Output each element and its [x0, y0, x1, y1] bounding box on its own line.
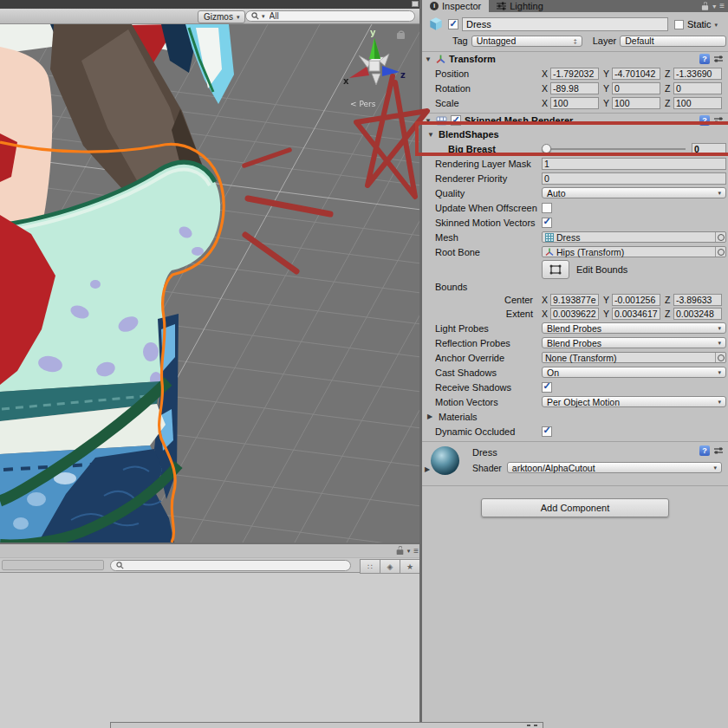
update-when-offscreen-checkbox[interactable]	[542, 203, 552, 213]
position-z-field[interactable]: -1.33690	[673, 68, 722, 80]
motion-vectors-dropdown[interactable]: Per Object Motion ▾	[542, 396, 726, 407]
tab-inspector[interactable]: i Inspector	[422, 0, 489, 12]
help-icon[interactable]: ?	[699, 54, 710, 64]
search-by-label-button[interactable]: ◈	[380, 559, 400, 574]
materials-foldout[interactable]: ▶ Materials	[422, 409, 728, 424]
type-grid-icon: ∷	[367, 562, 373, 571]
object-picker-button[interactable]	[715, 247, 725, 257]
light-probes-dropdown[interactable]: Blend Probes ▾	[542, 322, 726, 334]
scene-search-input[interactable]	[268, 10, 401, 22]
help-icon[interactable]: ?	[699, 115, 710, 126]
shader-dropdown[interactable]: arktoon/AlphaCutout ▾	[507, 462, 722, 473]
add-component-button[interactable]: Add Component	[481, 498, 669, 517]
search-by-type-button[interactable]: ∷	[360, 559, 380, 574]
lock-icon[interactable]	[702, 2, 708, 10]
scene-viewport[interactable]: y x z < Pers	[0, 24, 421, 543]
z-axis-label: z	[400, 70, 406, 80]
mesh-object-field[interactable]: Dress	[542, 231, 726, 243]
tab-lighting[interactable]: Lighting	[489, 0, 551, 12]
center-x-field[interactable]: 9.193877e	[550, 294, 599, 306]
renderer-priority-field[interactable]: 0	[542, 172, 726, 185]
tab-scroll-button[interactable]	[412, 1, 419, 7]
cast-shadows-dropdown[interactable]: On ▾	[542, 367, 726, 378]
skinned-motion-vectors-checkbox[interactable]: ✓	[542, 218, 552, 228]
center-z-field[interactable]: -3.89633	[673, 294, 722, 306]
static-caret-icon[interactable]: ▾	[715, 22, 718, 28]
rendering-layer-mask-field[interactable]: 1	[542, 158, 726, 170]
scale-x-field[interactable]: 100	[550, 97, 599, 109]
material-preview-sphere[interactable]	[431, 446, 459, 475]
renderer-priority-row: Renderer Priority 0	[422, 171, 728, 185]
center-y-field[interactable]: -0.001256	[612, 294, 660, 306]
anchor-override-field[interactable]: None (Transform)	[542, 352, 726, 363]
slider-handle[interactable]	[542, 144, 551, 153]
z-axis-label: Z	[665, 295, 673, 305]
dynamic-occluded-checkbox[interactable]: ✓	[542, 426, 552, 437]
foldout-icon: ▼	[427, 131, 435, 139]
cube-icon	[427, 16, 445, 33]
help-icon[interactable]: ?	[699, 445, 710, 456]
chevron-down-icon[interactable]: ▾	[407, 548, 411, 554]
chevron-down-icon[interactable]: ▾	[712, 3, 716, 10]
menu-icon[interactable]: ≡	[413, 546, 419, 556]
layer-dropdown[interactable]: Default	[620, 36, 726, 47]
component-enabled-checkbox[interactable]: ✓	[451, 115, 461, 126]
position-x-field[interactable]: -1.792032	[550, 68, 599, 80]
static-label: Static	[687, 19, 712, 29]
reflection-probes-row: Reflection Probes Blend Probes ▾	[422, 335, 728, 350]
rendering-layer-mask-row: Rendering Layer Mask 1	[422, 156, 728, 171]
z-axis-label: Z	[665, 98, 673, 108]
project-search-field[interactable]	[110, 560, 351, 571]
y-axis-label: Y	[603, 98, 612, 108]
menu-icon[interactable]: ≡	[719, 2, 725, 10]
blendshapes-foldout[interactable]: ▼ BlendShapes	[422, 127, 728, 141]
foldout-icon[interactable]: ▼	[425, 55, 432, 63]
gizmos-button[interactable]: Gizmos ▾	[198, 10, 245, 23]
scale-label: Scale	[435, 98, 542, 108]
receive-shadows-label: Receive Shadows	[435, 382, 542, 393]
rotation-y-field[interactable]: 0	[612, 82, 660, 94]
position-y-field[interactable]: -4.701042	[612, 68, 660, 80]
scale-z-field[interactable]: 100	[673, 97, 722, 109]
transform-header[interactable]: ▼ Transform ?	[422, 51, 728, 66]
object-picker-button[interactable]	[715, 353, 725, 362]
root-bone-object-field[interactable]: Hips (Transform)	[542, 246, 726, 257]
quality-row: Quality Auto ▾	[422, 185, 728, 200]
lock-icon[interactable]	[396, 546, 403, 555]
quality-dropdown[interactable]: Auto ▾	[542, 187, 726, 198]
perspective-label[interactable]: < Pers	[350, 100, 376, 108]
active-checkbox[interactable]: ✓	[448, 19, 458, 29]
skinned-motion-vectors-label: Skinned Motion Vectors	[435, 218, 542, 228]
edit-bounds-button[interactable]	[542, 260, 569, 279]
blendshape-value-field[interactable]: 0	[692, 143, 726, 155]
preset-icon[interactable]	[713, 445, 724, 456]
blendshape-slider[interactable]	[542, 141, 687, 156]
project-search-input[interactable]	[127, 558, 329, 573]
preset-icon[interactable]	[713, 54, 724, 64]
floating-window-top[interactable]	[110, 722, 543, 728]
foldout-icon[interactable]: ▼	[425, 117, 432, 125]
motion-vectors-row: Motion Vectors Per Object Motion ▾	[422, 394, 728, 409]
receive-shadows-checkbox[interactable]: ✓	[542, 382, 552, 393]
reflection-probes-dropdown[interactable]: Blend Probes ▾	[542, 337, 726, 348]
scene-search-field[interactable]: ▾	[245, 10, 415, 22]
preset-icon[interactable]	[713, 115, 724, 126]
rotation-z-field[interactable]: 0	[673, 82, 722, 94]
slider-track[interactable]	[546, 148, 686, 150]
rotation-x-field[interactable]: -89.98	[550, 82, 599, 94]
static-checkbox[interactable]	[674, 20, 684, 29]
motion-vectors-label: Motion Vectors	[435, 397, 542, 407]
skinned-mesh-renderer-header[interactable]: ▼ ✓ Skinned Mesh Renderer ?	[422, 113, 728, 127]
dynamic-occluded-row: Dynamic Occluded ✓	[422, 424, 728, 439]
reflection-probes-label: Reflection Probes	[435, 338, 542, 348]
breadcrumb[interactable]	[2, 560, 104, 570]
extent-y-field[interactable]: 0.0034617	[612, 308, 660, 320]
extent-x-field[interactable]: 0.0039622	[550, 308, 599, 320]
object-picker-button[interactable]	[715, 232, 725, 242]
scene-toolbar: Gizmos ▾ ▾	[0, 9, 421, 24]
extent-z-field[interactable]: 0.003248	[673, 308, 722, 320]
tag-dropdown[interactable]: Untagged ‡	[471, 36, 582, 47]
scale-y-field[interactable]: 100	[612, 97, 660, 109]
gameobject-name-field[interactable]: Dress	[462, 17, 668, 31]
favorites-button[interactable]: ★	[400, 559, 420, 574]
